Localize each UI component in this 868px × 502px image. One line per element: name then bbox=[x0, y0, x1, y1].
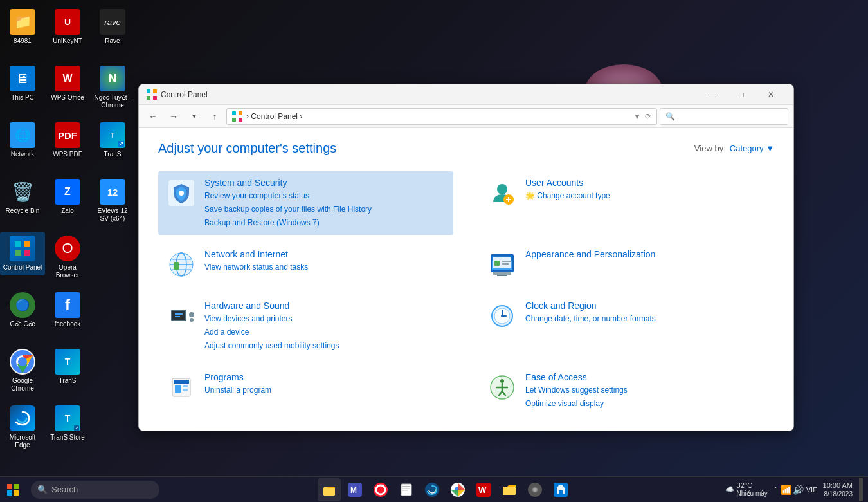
link-uninstall-program[interactable]: Uninstall a program bbox=[204, 384, 271, 396]
link-optimize-display[interactable]: Optimize visual display bbox=[525, 398, 628, 409]
desktop-icon-control-panel[interactable]: Control Panel bbox=[0, 232, 45, 275]
desktop-icon-wps-pdf[interactable]: PDF WPS PDF bbox=[45, 118, 90, 162]
category-appearance[interactable]: Appearance and Personalization bbox=[479, 243, 774, 286]
address-dropdown-icon[interactable]: ▼ bbox=[633, 112, 641, 121]
window-title-icon bbox=[147, 89, 157, 100]
category-ease-of-access[interactable]: Ease of Access Let Windows suggest setti… bbox=[479, 366, 774, 416]
category-name-ease-of-access[interactable]: Ease of Access bbox=[525, 372, 628, 382]
category-name-clock-region[interactable]: Clock and Region bbox=[525, 301, 656, 311]
desktop-icon-network[interactable]: 🌐 Network bbox=[0, 118, 45, 162]
link-file-history[interactable]: Save backup copies of your files with Fi… bbox=[204, 203, 372, 215]
desktop-icon-eviews[interactable]: 12 EViews 12 SV (x64) bbox=[90, 175, 135, 227]
taskbar-edge[interactable] bbox=[420, 478, 444, 501]
link-devices-printers[interactable]: View devices and printers bbox=[204, 313, 339, 324]
desktop-icon-zalo[interactable]: Z Zalo bbox=[45, 175, 90, 219]
category-user-accounts[interactable]: User Accounts 🌟 Change account type bbox=[479, 171, 774, 235]
taskbar-store[interactable] bbox=[549, 478, 572, 501]
link-backup-restore[interactable]: Backup and Restore (Windows 7) bbox=[204, 217, 372, 228]
desktop-icon-chrome-profile[interactable]: N Ngoc Tuyết - Chrome bbox=[90, 62, 135, 113]
category-network-internet[interactable]: Network and Internet View network status… bbox=[158, 243, 453, 286]
desktop-icon-unikeynT[interactable]: U UniKeyNT bbox=[45, 5, 90, 49]
taskbar-opera[interactable] bbox=[369, 478, 392, 501]
taskbar-search-icon: 🔍 bbox=[37, 485, 48, 494]
svg-rect-35 bbox=[172, 311, 185, 320]
taskbar: 🔍 Search M bbox=[0, 476, 868, 502]
svg-rect-31 bbox=[494, 261, 500, 266]
desktop-icon-coc-coc[interactable]: 🔵 Cốc Cốc bbox=[0, 288, 45, 332]
icon-img-trans: T ↗ bbox=[100, 122, 125, 148]
icon-img-wps-office: W bbox=[55, 66, 80, 91]
svg-rect-33 bbox=[502, 263, 509, 265]
desktop-icon-wps-office[interactable]: W WPS Office bbox=[45, 62, 90, 106]
desktop-icon-trans-store[interactable]: T ↗ TranS Store bbox=[45, 402, 90, 445]
icon-img-folder: 📁 bbox=[10, 9, 35, 35]
maximize-button[interactable]: □ bbox=[727, 84, 756, 105]
link-network-status[interactable]: View network status and tasks bbox=[204, 261, 308, 273]
category-name-appearance[interactable]: Appearance and Personalization bbox=[525, 249, 655, 259]
svg-rect-11 bbox=[232, 111, 236, 115]
category-programs[interactable]: Programs Uninstall a program bbox=[158, 366, 453, 416]
svg-point-36 bbox=[189, 312, 194, 317]
desktop-icons-container: 📁 84981 U UniKeyNT rave Rave 🖥 This PC W… bbox=[0, 0, 135, 476]
icon-img-this-pc: 🖥 bbox=[10, 66, 35, 91]
taskbar-settings[interactable] bbox=[523, 478, 547, 501]
recent-locations-button[interactable]: ▼ bbox=[185, 107, 203, 126]
search-bar[interactable]: 🔍 bbox=[660, 108, 788, 125]
category-clock-region[interactable]: Clock and Region Change date, time, or n… bbox=[479, 294, 774, 358]
category-name-system-security[interactable]: System and Security bbox=[204, 178, 372, 188]
close-button[interactable]: ✕ bbox=[756, 84, 786, 105]
link-suggest-settings[interactable]: Let Windows suggest settings bbox=[525, 384, 628, 396]
desktop-icon-facebook[interactable]: f facebook bbox=[45, 288, 90, 332]
link-change-account-type[interactable]: 🌟 Change account type bbox=[525, 190, 610, 201]
forward-button[interactable]: → bbox=[165, 107, 183, 126]
back-button[interactable]: ← bbox=[144, 107, 162, 126]
desktop-icon-microsoft-edge[interactable]: Microsoft Edge bbox=[0, 402, 45, 453]
desktop-icon-trans2[interactable]: T TranS bbox=[45, 345, 90, 389]
taskbar-teams[interactable]: M bbox=[343, 478, 366, 501]
desktop-icon-trans[interactable]: T ↗ TranS bbox=[90, 118, 135, 162]
taskbar-file-explorer[interactable] bbox=[318, 478, 341, 501]
up-button[interactable]: ↑ bbox=[206, 107, 224, 126]
svg-point-44 bbox=[501, 315, 503, 317]
view-by-dropdown[interactable]: Category ▼ bbox=[730, 144, 774, 153]
taskbar-notes[interactable] bbox=[395, 478, 418, 501]
category-name-programs[interactable]: Programs bbox=[204, 372, 271, 382]
taskbar-search[interactable]: 🔍 Search bbox=[31, 481, 159, 499]
tray-language[interactable]: VIE bbox=[805, 486, 819, 494]
tray-network-icon[interactable]: 📶 bbox=[781, 485, 791, 495]
desktop-icon-recycle-bin[interactable]: 🗑️ Recycle Bin bbox=[0, 175, 45, 219]
category-hardware-sound[interactable]: Hardware and Sound View devices and prin… bbox=[158, 294, 453, 358]
category-name-hardware-sound[interactable]: Hardware and Sound bbox=[204, 301, 339, 311]
start-button[interactable] bbox=[0, 477, 26, 503]
desktop-icon-this-pc[interactable]: 🖥 This PC bbox=[0, 62, 45, 106]
taskbar-wps[interactable]: W bbox=[472, 478, 495, 501]
refresh-icon[interactable]: ⟳ bbox=[645, 112, 651, 121]
desktop-icon-84981[interactable]: 📁 84981 bbox=[0, 5, 45, 49]
window-content: Adjust your computer's settings View by:… bbox=[139, 128, 793, 431]
icon-img-rave: rave bbox=[100, 9, 125, 35]
category-name-network-internet[interactable]: Network and Internet bbox=[204, 249, 308, 259]
category-system-security[interactable]: System and Security Review your computer… bbox=[158, 171, 453, 235]
taskbar-clock[interactable]: 10:00 AM 8/18/2023 bbox=[823, 481, 853, 498]
link-add-device[interactable]: Add a device bbox=[204, 326, 339, 338]
category-name-user-accounts[interactable]: User Accounts bbox=[525, 178, 610, 188]
link-mobility-settings[interactable]: Adjust commonly used mobility settings bbox=[204, 340, 339, 351]
svg-rect-29 bbox=[497, 275, 507, 276]
taskbar-weather[interactable]: ☁️ 32°C Nhiều mây bbox=[725, 481, 768, 497]
svg-rect-13 bbox=[232, 118, 236, 122]
svg-rect-39 bbox=[175, 316, 180, 317]
tray-up-arrow[interactable]: ⌃ bbox=[772, 485, 779, 494]
link-review-status[interactable]: Review your computer's status bbox=[204, 190, 372, 201]
show-desktop-button[interactable] bbox=[859, 478, 863, 501]
desktop: 📁 84981 U UniKeyNT rave Rave 🖥 This PC W… bbox=[0, 0, 868, 502]
tray-volume-icon[interactable]: 🔊 bbox=[793, 485, 804, 495]
svg-point-37 bbox=[190, 318, 194, 322]
desktop-icon-google-chrome[interactable]: Google Chrome bbox=[0, 345, 45, 396]
address-bar[interactable]: › Control Panel › ▼ ⟳ bbox=[226, 108, 657, 125]
taskbar-chrome[interactable] bbox=[446, 478, 469, 501]
desktop-icon-rave[interactable]: rave Rave bbox=[90, 5, 135, 49]
taskbar-folder[interactable] bbox=[498, 478, 521, 501]
link-date-time-format[interactable]: Change date, time, or number formats bbox=[525, 313, 656, 324]
desktop-icon-opera[interactable]: O Opera Browser bbox=[45, 232, 90, 283]
minimize-button[interactable]: — bbox=[697, 84, 727, 105]
